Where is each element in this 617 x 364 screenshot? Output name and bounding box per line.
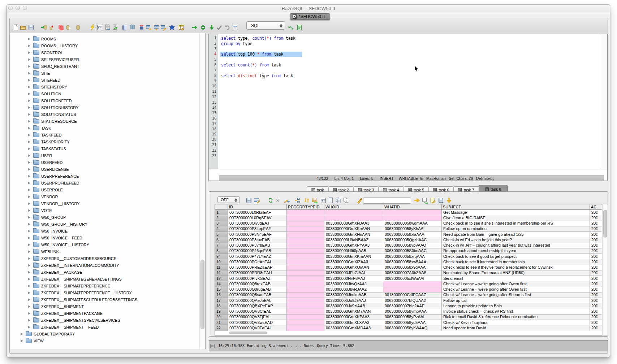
- cell-whatid[interactable]: 006300000058yPzAAI: [383, 315, 442, 320]
- disclosure-triangle-icon[interactable]: [28, 278, 30, 281]
- cell-whoid[interactable]: 0033000000H9aNBAAZ: [324, 237, 383, 243]
- tree-item-zkfedex-internationalcommodity[interactable]: ZKFEDEX__INTERNATIONALCOMMODITY: [10, 262, 205, 269]
- cell-subject[interactable]: Check w/ Leanne – we're going after Shea…: [442, 292, 590, 298]
- cell-id[interactable]: 00T3000000PfvKSEAZ: [228, 276, 287, 281]
- row-number-cell[interactable]: 7: [215, 243, 228, 248]
- cell-ac[interactable]: 2008: [590, 315, 602, 320]
- tree-item-userfeed[interactable]: USERFEED: [10, 159, 205, 166]
- tree-item-w50-invoice-history[interactable]: W50_INVOICE__HISTORY: [10, 241, 205, 248]
- disclosure-triangle-icon[interactable]: [28, 182, 30, 185]
- disclosure-triangle-icon[interactable]: [28, 140, 30, 143]
- cell-ac[interactable]: 2008: [590, 232, 602, 237]
- grid-vertical-scrollbar-thumb[interactable]: [603, 210, 607, 238]
- execute-arrow-button[interactable]: [191, 24, 199, 31]
- disclosure-triangle-icon[interactable]: [28, 134, 30, 136]
- explain-plan-button[interactable]: [296, 24, 303, 31]
- cell-id[interactable]: 00T3000000OiyJgEAJ: [228, 221, 287, 226]
- cell-recordtypeid[interactable]: [287, 270, 324, 276]
- sidebar-scrollbar[interactable]: [199, 33, 205, 349]
- disclosure-triangle-icon[interactable]: [28, 38, 30, 40]
- cell-recordtypeid[interactable]: [287, 232, 324, 237]
- cell-subject[interactable]: Give Jenn a BIG RAISE: [442, 215, 590, 221]
- notebook-button[interactable]: [121, 24, 128, 31]
- cell-id[interactable]: 00T3000000P47LYEAZ: [228, 254, 287, 259]
- sidebar-scrollbar-thumb[interactable]: [200, 260, 204, 329]
- new-page-button[interactable]: [328, 197, 334, 204]
- cell-subject[interactable]: Check-in w/ Ed – can he join this year?: [442, 237, 590, 243]
- row-number-cell[interactable]: 11: [215, 265, 228, 270]
- view-glasses-button[interactable]: 66: [275, 197, 282, 204]
- disclosure-triangle-icon[interactable]: [28, 120, 30, 123]
- cell-recordtypeid[interactable]: [287, 325, 324, 331]
- cell-recordtypeid[interactable]: [287, 210, 324, 215]
- disclosure-triangle-icon[interactable]: [28, 51, 30, 54]
- tree-item-zkfedex-shipmatepreference-history[interactable]: ZKFEDEX__SHIPMATEPREFERENCE__HISTORY: [10, 289, 205, 296]
- cell-subject[interactable]: Check back in to see if she's interested…: [442, 221, 590, 226]
- cell-whatid[interactable]: [383, 215, 442, 221]
- tree-insert-button[interactable]: [294, 197, 301, 204]
- disclosure-triangle-icon[interactable]: [28, 127, 30, 130]
- cell-whoid[interactable]: 0033000000GmXMDAA3: [324, 325, 383, 331]
- cell-whoid[interactable]: 0033000000GmXM7AAN: [324, 309, 383, 315]
- cell-whoid[interactable]: 0033000000HirF8AAJ: [324, 276, 383, 281]
- tree-item-rooms[interactable]: ROOMS: [10, 35, 205, 42]
- cell-whatid[interactable]: 0013000000C4fFCAAZ: [383, 292, 442, 298]
- column-header-WHATID[interactable]: WHATID: [383, 204, 442, 210]
- cell-id[interactable]: 00T3000000P3tuvEAB: [228, 237, 287, 243]
- db-disconnect-button[interactable]: [49, 24, 56, 31]
- cell-ac[interactable]: 2008: [590, 248, 602, 254]
- tree-item-w50-invoice[interactable]: W50_INVOICE: [10, 228, 205, 234]
- cell-whatid[interactable]: 006300000058x9qAAA: [383, 265, 442, 270]
- tree-item-w50-invoice-feed[interactable]: W50_INVOICE__FEED: [10, 234, 205, 241]
- row-number-cell[interactable]: 19: [215, 309, 228, 315]
- cell-id[interactable]: 00T3000000Q8rexEAB: [228, 281, 287, 287]
- open-folder-button[interactable]: [20, 24, 27, 31]
- save-results-button[interactable]: [246, 197, 252, 204]
- disclosure-triangle-icon[interactable]: [28, 86, 30, 88]
- cell-ac[interactable]: 2008: [590, 226, 602, 232]
- cell-whoid[interactable]: 0033000000JFhGlAAL: [324, 270, 383, 276]
- tree-item-scontrol[interactable]: SCONTROL: [10, 49, 205, 56]
- cell-recordtypeid[interactable]: [287, 226, 324, 232]
- cell-recordtypeid[interactable]: [287, 259, 324, 265]
- cell-recordtypeid[interactable]: [287, 298, 324, 303]
- cell-whatid[interactable]: 006300000058wgmAAA: [383, 221, 442, 226]
- cell-subject[interactable]: Check nexis to see if they've found a re…: [442, 265, 590, 270]
- cell-id[interactable]: 00T3000000QV8TjEAL: [228, 315, 287, 320]
- cell-subject[interactable]: Follow up call: [442, 298, 590, 303]
- tree-item-vendor[interactable]: VENDOR: [10, 193, 205, 200]
- execute-sql-button[interactable]: [89, 24, 96, 31]
- cell-subject[interactable]: Rick to email David & reference Delmonte…: [442, 315, 590, 320]
- cell-ac[interactable]: 2008: [590, 281, 602, 287]
- row-number-cell[interactable]: 1: [215, 210, 228, 215]
- column-view-button[interactable]: [320, 197, 327, 204]
- cell-whatid[interactable]: [383, 281, 442, 287]
- cell-whoid[interactable]: [324, 210, 383, 215]
- disclosure-triangle-icon[interactable]: [28, 257, 30, 260]
- edit-arrow-button[interactable]: [284, 197, 291, 204]
- cell-whoid[interactable]: 0033000000Ju9J9AAJ: [324, 298, 383, 303]
- cell-whoid[interactable]: 0033000000GmXHJAA3: [324, 221, 383, 226]
- cell-recordtypeid[interactable]: [287, 292, 324, 298]
- tree-item-sfdc-registrant[interactable]: SFDC_REGISTRANT: [10, 63, 205, 70]
- format-sql-button[interactable]: 66: [288, 24, 295, 31]
- cell-whoid[interactable]: 0033000000H9i0pAAB: [324, 248, 383, 254]
- disclosure-triangle-icon[interactable]: [28, 72, 30, 75]
- disclosure-triangle-icon[interactable]: [28, 216, 30, 219]
- cell-subject[interactable]: Check w/ Leanne – we're going after Owen…: [442, 287, 590, 292]
- row-number-cell[interactable]: 10: [215, 259, 228, 265]
- cell-ac[interactable]: 2008: [590, 215, 602, 221]
- cell-whoid[interactable]: 0033000000GmXPYAA3: [324, 243, 383, 248]
- cell-id[interactable]: 00T3000000P3LopEAF: [228, 226, 287, 232]
- cell-ac[interactable]: 2008: [590, 254, 602, 259]
- cell-whoid[interactable]: 0033000000GmXHnAAN: [324, 232, 383, 237]
- cell-id[interactable]: 00T3000000QBXPeEAP: [228, 303, 287, 309]
- save-all-button[interactable]: [438, 197, 444, 204]
- copy-paste-button[interactable]: [343, 197, 349, 204]
- disclosure-triangle-icon[interactable]: [28, 209, 30, 212]
- cell-recordtypeid[interactable]: [287, 315, 324, 320]
- disclosure-triangle-icon[interactable]: [28, 298, 30, 301]
- disclosure-triangle-icon[interactable]: [28, 223, 30, 226]
- cell-whatid[interactable]: [383, 287, 442, 292]
- disclosure-triangle-icon[interactable]: [21, 333, 23, 335]
